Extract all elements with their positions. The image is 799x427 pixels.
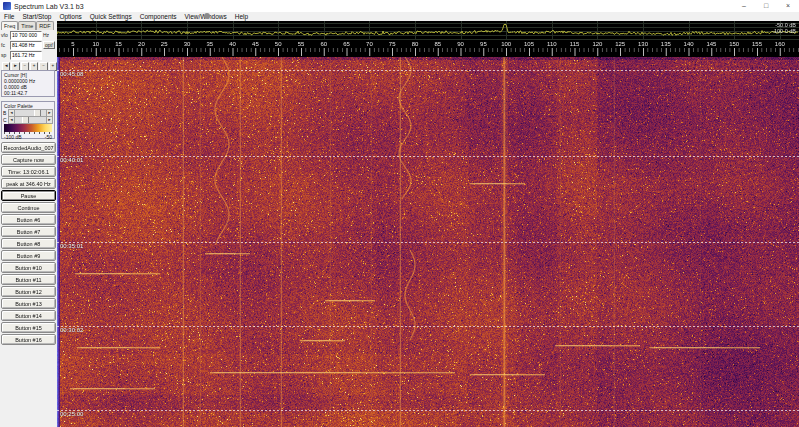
field-input-fc[interactable]: 81.408 Hz bbox=[10, 41, 42, 50]
menu-item-options[interactable]: Options bbox=[59, 13, 81, 20]
palette-gradient bbox=[4, 124, 52, 132]
menu-item-components[interactable]: Components bbox=[140, 13, 177, 20]
cursor-panel-title: Cursor [H] bbox=[2, 71, 54, 78]
timestamp-00-30-02: 00:30:02 bbox=[60, 327, 83, 333]
timestamp-00-40-01: 00:40:01 bbox=[60, 157, 83, 163]
app-icon bbox=[3, 2, 11, 10]
db-label-1: -100.0 dB bbox=[772, 28, 796, 34]
titlebar: Spectrum Lab V3.1 b3 – □ × bbox=[0, 0, 799, 12]
status-indicator-icon bbox=[204, 13, 210, 19]
field-row-fc: fc81.408 Hzopt! bbox=[0, 40, 57, 50]
sidebar-button-button-6[interactable]: Button #6 bbox=[1, 214, 56, 225]
menubar: FileStart/StopOptionsQuick SettingsCompo… bbox=[0, 12, 799, 21]
sidebar: FreqTimeRDF vfo10 700 000Hzfc81.408 Hzop… bbox=[0, 21, 57, 427]
cursor-line-2: 00:11:42.7 bbox=[2, 90, 54, 96]
timestamp-00-25-00: 00:25:00 bbox=[60, 411, 83, 417]
cursor-panel: Cursor [H] 0.0000000 Hz0.0000 dB00:11:42… bbox=[1, 70, 55, 97]
slider-left-arrow-icon[interactable]: ◄ bbox=[9, 117, 15, 123]
tab-rdf[interactable]: RDF bbox=[36, 21, 53, 30]
sidebar-button-button-10[interactable]: Button #10 bbox=[1, 262, 56, 273]
field-input-sp[interactable]: 161.72 Hz bbox=[10, 51, 42, 60]
sidebar-button-button-14[interactable]: Button #14 bbox=[1, 310, 56, 321]
window-controls: – □ × bbox=[733, 0, 799, 12]
opt-button[interactable]: opt! bbox=[43, 41, 55, 49]
app-window: Spectrum Lab V3.1 b3 – □ × FileStart/Sto… bbox=[0, 0, 799, 427]
palette-row-c: C◄► bbox=[2, 116, 54, 123]
sidebar-button-time-13-02-06-1[interactable]: Time: 13:02:06.1 bbox=[1, 166, 56, 177]
palette-sliders: B◄►C◄► bbox=[2, 109, 54, 123]
sidebar-button-peak-at-346-40-hz[interactable]: peak at 346.40 Hz bbox=[1, 178, 56, 189]
close-button[interactable]: × bbox=[777, 0, 799, 12]
field-label-sp: sp bbox=[1, 52, 10, 58]
field-row-vfo: vfo10 700 000Hz bbox=[0, 30, 57, 40]
button-stack: RecordedAudio_007Capture nowTime: 13:02:… bbox=[1, 142, 56, 346]
sidebar-button-button-9[interactable]: Button #9 bbox=[1, 250, 56, 261]
sidebar-button-button-13[interactable]: Button #13 bbox=[1, 298, 56, 309]
slider-thumb[interactable] bbox=[22, 117, 29, 123]
menu-item-file[interactable]: File bbox=[4, 13, 14, 20]
sidebar-button-button-16[interactable]: Button #16 bbox=[1, 334, 56, 345]
tab-freq[interactable]: Freq bbox=[1, 21, 18, 30]
window-title: Spectrum Lab V3.1 b3 bbox=[14, 3, 84, 10]
sidebar-button-capture-now[interactable]: Capture now bbox=[1, 154, 56, 165]
tab-strip: FreqTimeRDF bbox=[0, 21, 57, 30]
sidebar-button-continue[interactable]: Continue bbox=[1, 202, 56, 213]
menu-item-start-stop[interactable]: Start/Stop bbox=[22, 13, 51, 20]
minimize-button[interactable]: – bbox=[733, 0, 755, 12]
sidebar-button-button-8[interactable]: Button #8 bbox=[1, 238, 56, 249]
sidebar-button-button-15[interactable]: Button #15 bbox=[1, 322, 56, 333]
field-input-vfo[interactable]: 10 700 000 bbox=[10, 31, 42, 40]
sidebar-button-button-11[interactable]: Button #11 bbox=[1, 274, 56, 285]
slider-right-arrow-icon[interactable]: ► bbox=[46, 117, 52, 123]
sidebar-button-button-7[interactable]: Button #7 bbox=[1, 226, 56, 237]
color-palette-panel: Color Palette B◄►C◄► -100 dB -50 bbox=[1, 101, 55, 139]
spectrum-graph[interactable] bbox=[57, 21, 799, 57]
field-label-fc: fc bbox=[1, 42, 10, 48]
unit-label: Hz bbox=[43, 32, 49, 38]
palette-slider-c[interactable]: ◄► bbox=[8, 116, 53, 124]
restore-button[interactable]: □ bbox=[755, 0, 777, 12]
timestamp-00-45-08: 00:45:08 bbox=[60, 71, 83, 77]
menu-item-help[interactable]: Help bbox=[235, 13, 248, 20]
palette-min-label: -100 dB bbox=[4, 134, 22, 140]
tab-time[interactable]: Time bbox=[18, 21, 36, 30]
field-label-vfo: vfo bbox=[1, 32, 10, 38]
palette-scale-labels: -100 dB -50 bbox=[2, 134, 54, 140]
frequency-fields: vfo10 700 000Hzfc81.408 Hzopt!sp161.72 H… bbox=[0, 30, 57, 60]
sidebar-button-pause[interactable]: Pause bbox=[1, 190, 56, 201]
sidebar-button-recordedaudio-007[interactable]: RecordedAudio_007 bbox=[1, 142, 56, 153]
cursor-readout: 0.0000000 Hz0.0000 dB00:11:42.7 bbox=[2, 78, 54, 96]
palette-max-label: -50 bbox=[45, 134, 52, 140]
field-row-sp: sp161.72 Hz bbox=[0, 50, 57, 60]
waterfall-display[interactable] bbox=[57, 57, 799, 427]
timestamp-00-35-01: 00:35:01 bbox=[60, 243, 83, 249]
sidebar-button-button-12[interactable]: Button #12 bbox=[1, 286, 56, 297]
menu-item-quick-settings[interactable]: Quick Settings bbox=[90, 13, 132, 20]
